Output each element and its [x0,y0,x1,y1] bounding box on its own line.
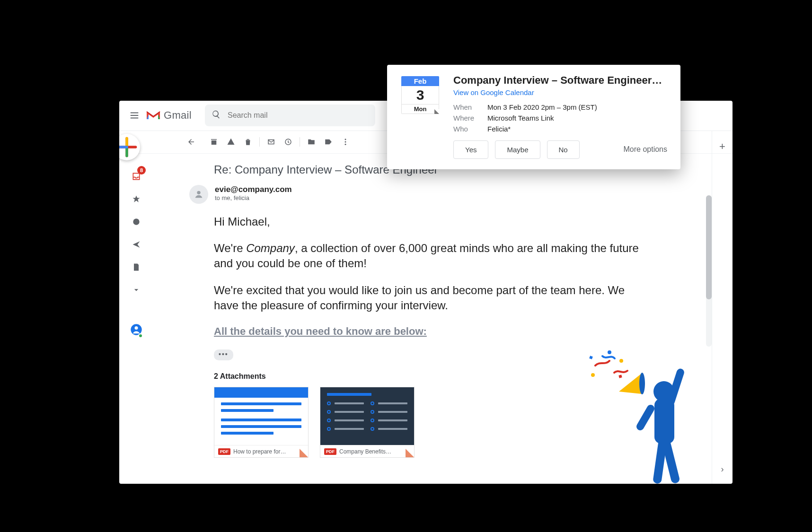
gmail-logo-text: Gmail [164,109,192,122]
rsvp-yes-button[interactable]: Yes [453,140,488,159]
where-value[interactable]: Microsoft Teams Link [487,114,554,122]
recipient-line[interactable]: to me, felicia [215,194,292,201]
svg-point-4 [133,218,139,225]
move-to-button[interactable] [303,133,320,150]
svg-point-6 [135,326,138,330]
left-rail: 8 [119,131,153,484]
svg-point-1 [345,139,346,140]
event-title: Company Interview – Software Engineer… [453,74,671,87]
rsvp-no-button[interactable]: No [547,140,580,159]
starred-icon[interactable] [128,191,145,208]
mark-unread-button[interactable] [263,133,280,150]
who-label: Who [453,125,487,133]
view-on-calendar-link[interactable]: View on Google Calendar [453,88,534,96]
rsvp-more-options[interactable]: More options [624,145,668,154]
calendar-invite-card: Feb 3 Mon Company Interview – Software E… [387,65,680,169]
paragraph-1: We're Company, a collection of over 6,00… [214,241,649,271]
when-value: Mon 3 Feb 2020 2pm – 3pm (EST) [487,103,597,111]
attachment-item[interactable]: PDF How to prepare for… [214,387,309,458]
inbox-badge: 8 [137,166,146,174]
when-label: When [453,103,487,111]
details-heading: All the details you need to know are bel… [214,324,649,339]
paragraph-2: We're excited that you would like to joi… [214,283,649,314]
sender-row: evie@company.com to me, felicia [189,185,685,204]
archive-button[interactable] [205,133,222,150]
attachments-heading: 2 Attachments [214,371,649,382]
calendar-weekday: Mon [401,105,439,114]
back-button[interactable] [183,133,200,150]
delete-button[interactable] [239,133,256,150]
sender-avatar[interactable] [189,185,208,204]
inbox-icon[interactable]: 8 [128,168,145,185]
attachment-name: How to prepare for… [233,448,286,455]
who-value: Felicia* [487,125,511,133]
addons-plus-icon[interactable]: + [719,140,725,153]
show-trimmed-button[interactable]: ••• [214,349,233,360]
email-body: Hi Michael, We're Company, a collection … [214,214,649,458]
attachments: PDF How to prepare for… [214,387,649,458]
sent-icon[interactable] [128,236,145,253]
greeting: Hi Michael, [214,214,649,229]
more-button[interactable] [337,133,354,150]
spam-button[interactable] [222,133,239,150]
calendar-day: 3 [401,86,439,105]
svg-point-7 [197,191,200,194]
calendar-month: Feb [401,76,439,86]
labels-button[interactable] [320,133,337,150]
hangouts-icon[interactable] [128,321,145,338]
right-rail: + › [712,131,733,484]
pdf-badge: PDF [218,448,230,455]
pdf-badge: PDF [324,448,336,455]
expand-sidepanel-icon[interactable]: › [721,464,724,474]
drafts-icon[interactable] [128,259,145,276]
search-icon [212,110,221,121]
email-view: Re: Company Interview – Software Enginee… [183,154,704,484]
where-label: Where [453,114,487,122]
rsvp-maybe-button[interactable]: Maybe [495,140,540,159]
snoozed-icon[interactable] [128,213,145,230]
svg-point-2 [345,141,346,143]
svg-point-3 [345,144,346,145]
snooze-button[interactable] [280,133,297,150]
search-input[interactable] [227,111,369,120]
gmail-logo[interactable]: Gmail [146,109,192,122]
attachment-name: Company Benefits… [339,448,391,455]
gmail-m-icon [146,110,161,121]
search-bar[interactable] [205,105,375,126]
more-nav-icon[interactable] [128,281,145,298]
sender-email[interactable]: evie@company.com [215,185,292,194]
scrollbar[interactable] [706,195,712,347]
attachment-item[interactable]: PDF Company Benefits… [320,387,415,458]
calendar-date-chip: Feb 3 Mon [387,74,453,159]
menu-icon[interactable] [125,106,144,125]
